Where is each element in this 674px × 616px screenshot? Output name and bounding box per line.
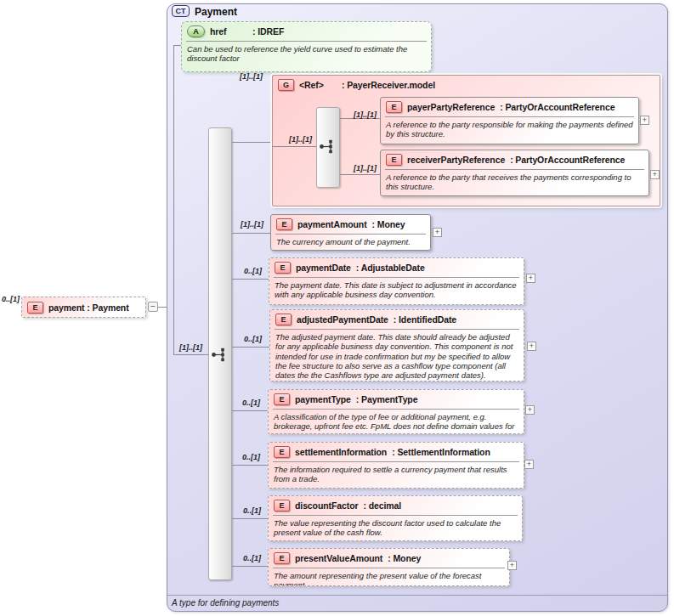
connector-line xyxy=(232,279,269,280)
element-type: : Money xyxy=(372,219,405,229)
element-icon: E xyxy=(274,446,290,458)
connector-line xyxy=(173,354,208,355)
element-cardinality: 0..[1] xyxy=(243,506,261,515)
element-box-settlementInformation[interactable]: E settlementInformation : SettlementInfo… xyxy=(268,442,524,489)
element-type: : AdjustableDate xyxy=(356,263,425,273)
connector-line xyxy=(173,45,181,46)
group-type: : PayerReceiver.model xyxy=(342,80,435,90)
element-icon: E xyxy=(27,302,43,314)
connector-line xyxy=(232,233,270,234)
element-icon: E xyxy=(275,262,291,274)
element-cardinality: [1]..[1] xyxy=(354,164,377,172)
connector-line xyxy=(232,410,268,411)
element-type: : Money xyxy=(388,553,421,563)
xsd-diagram: CT Payment A type for defining payments … xyxy=(0,0,674,616)
element-type: : IdentifiedDate xyxy=(394,314,456,325)
element-icon: E xyxy=(276,218,292,230)
sequence-icon xyxy=(319,138,337,155)
element-cardinality: 0..[1] xyxy=(244,267,262,275)
sequence-cardinality: [1]..[1] xyxy=(179,343,202,352)
element-doc: The payment date. This date is subject t… xyxy=(269,278,524,300)
group-cardinality: [1]..[1] xyxy=(240,72,263,81)
collapse-toggle[interactable]: − xyxy=(148,302,158,312)
element-doc: The information required to settle a cur… xyxy=(269,462,524,484)
connector-line xyxy=(158,307,167,308)
attribute-icon: A xyxy=(187,25,205,37)
element-icon: E xyxy=(275,314,292,325)
element-box-adjustedPaymentDate[interactable]: E adjustedPaymentDate : IdentifiedDate T… xyxy=(269,309,524,381)
element-box-paymentType[interactable]: E paymentType : PaymentType A classifica… xyxy=(268,389,524,434)
element-name: paymentAmount xyxy=(297,219,367,229)
element-name: settlementInformation xyxy=(295,447,387,457)
element-name: paymentDate xyxy=(296,263,351,273)
element-icon: E xyxy=(274,500,290,511)
complex-type-title: Payment xyxy=(195,6,237,18)
expand-button-payerPartyReference[interactable]: + xyxy=(640,116,649,125)
group-icon: G xyxy=(278,79,294,91)
attribute-doc: Can be used to reference the yield curve… xyxy=(182,42,431,64)
expand-button-paymentAmount[interactable]: + xyxy=(433,228,442,237)
element-cardinality: [1]..[1] xyxy=(354,110,377,119)
connector-line xyxy=(232,347,269,348)
connector-line xyxy=(340,174,380,175)
element-cardinality: 0..[1] xyxy=(242,453,260,461)
footer-divider xyxy=(167,595,667,596)
element-doc: A classification of the type of fee or a… xyxy=(269,410,524,434)
element-type: : SettlementInformation xyxy=(392,447,490,457)
expand-button-adjustedPaymentDate[interactable]: + xyxy=(527,342,536,351)
connector-line xyxy=(173,45,174,354)
element-icon: E xyxy=(274,393,290,405)
element-cardinality: [1]..[1] xyxy=(241,220,263,229)
connector-line xyxy=(232,465,268,466)
group-sequence-cardinality: [1]..[1] xyxy=(289,135,312,144)
sequence-icon xyxy=(211,347,229,363)
root-cardinality: 0..[1] xyxy=(2,295,20,303)
element-box-payerPartyReference[interactable]: E payerPartyReference : PartyOrAccountRe… xyxy=(380,97,639,144)
element-name: receiverPartyReference xyxy=(407,155,505,165)
element-icon: E xyxy=(386,154,402,166)
element-box-presentValueAmount[interactable]: E presentValueAmount : Money The amount … xyxy=(268,548,510,586)
element-name: presentValueAmount xyxy=(295,553,382,563)
element-doc: The value representing the discount fact… xyxy=(269,516,522,538)
element-box-paymentAmount[interactable]: E paymentAmount : Money The currency amo… xyxy=(270,214,431,251)
element-cardinality: 0..[1] xyxy=(242,398,260,407)
element-box-receiverPartyReference[interactable]: E receiverPartyReference : PartyOrAccoun… xyxy=(380,150,649,196)
element-doc: A reference to the party that receives t… xyxy=(381,170,649,192)
connector-line xyxy=(232,142,272,143)
element-type: : PartyOrAccountReference xyxy=(500,102,615,112)
type-annotation: A type for defining payments xyxy=(172,598,279,608)
element-name: adjustedPaymentDate xyxy=(297,314,388,325)
expand-button-receiverPartyReference[interactable]: + xyxy=(650,170,660,179)
connector-line xyxy=(272,146,316,147)
element-box-discountFactor[interactable]: E discountFactor : decimal The value rep… xyxy=(268,495,523,541)
expand-button-paymentDate[interactable]: + xyxy=(526,274,535,283)
element-name: paymentType xyxy=(295,394,351,404)
expand-button-settlementInformation[interactable]: + xyxy=(524,460,534,469)
attribute-name: href xyxy=(210,26,247,37)
element-type: : PartyOrAccountReference xyxy=(510,155,625,165)
element-doc: The currency amount of the payment. xyxy=(271,235,430,246)
complex-type-icon: CT xyxy=(172,5,190,17)
element-icon: E xyxy=(274,552,290,564)
element-doc: The amount representing the present valu… xyxy=(269,568,509,586)
element-name: payerPartyReference xyxy=(407,102,495,112)
attribute-box-href[interactable]: A href : IDREF Can be used to reference … xyxy=(181,21,432,72)
element-cardinality: 0..[1] xyxy=(243,554,261,562)
element-name: discountFactor xyxy=(295,500,358,511)
element-box-payment[interactable]: E payment : Payment xyxy=(21,297,146,318)
element-icon: E xyxy=(386,101,402,113)
connector-line xyxy=(232,518,268,519)
expand-button-presentValueAmount[interactable]: + xyxy=(507,561,517,570)
attribute-type: : IDREF xyxy=(252,26,284,37)
group-name: <Ref> xyxy=(299,80,337,90)
element-box-paymentDate[interactable]: E paymentDate : AdjustableDate The payme… xyxy=(269,257,524,305)
connector-line xyxy=(232,566,268,567)
element-label: payment : Payment xyxy=(48,302,129,313)
element-cardinality: 0..[1] xyxy=(244,335,262,343)
expand-button-paymentType[interactable]: + xyxy=(525,405,535,415)
element-type: : PaymentType xyxy=(356,394,418,404)
element-doc: The adjusted payment date. This date sho… xyxy=(270,330,524,380)
element-doc: A reference to the party responsible for… xyxy=(381,117,638,139)
element-type: : decimal xyxy=(363,500,401,511)
